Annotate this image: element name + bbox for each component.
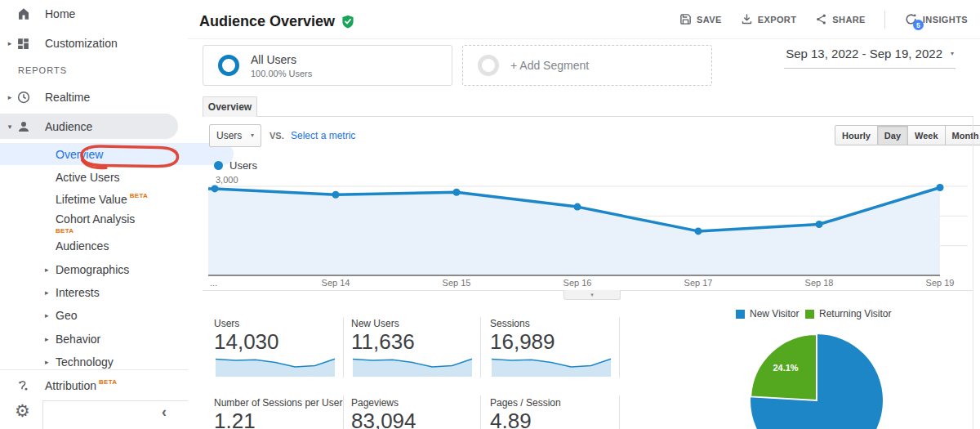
expand-right-icon: ▸ [45, 266, 56, 274]
granularity-hourly-button[interactable]: Hourly [835, 125, 878, 145]
export-download-icon [741, 13, 753, 25]
x-axis-label: Sep 18 [805, 278, 834, 288]
vs-label: VS. [270, 131, 284, 141]
metric-value: 83,094 [351, 409, 416, 429]
sidebar-item-interests[interactable]: ▸ Interests [0, 284, 100, 302]
audience-icon [16, 119, 45, 134]
sidebar-item-home[interactable]: Home [0, 3, 75, 25]
metric-sparkline [490, 357, 612, 377]
expand-right-icon: ▸ [45, 358, 56, 366]
returning-visitor-legend-swatch [805, 310, 814, 319]
sidebar-divider [0, 369, 188, 370]
select-metric-link[interactable]: Select a metric [291, 130, 355, 141]
sidebar-item-demographics[interactable]: ▸ Demographics [0, 261, 129, 279]
caret-down-icon: ▾ [590, 292, 594, 297]
expand-right-icon: ▸ [0, 93, 16, 101]
home-icon [16, 7, 45, 21]
page-title: Audience Overview [199, 13, 335, 30]
metric-label: Pageviews [351, 397, 399, 409]
sidebar-item-customization[interactable]: ▸ Customization [0, 33, 118, 54]
beta-badge: BETA [130, 192, 148, 199]
actions-divider [884, 11, 885, 29]
metric-divider [480, 317, 481, 378]
sidebar-item-label: Realtime [45, 91, 90, 104]
metric-dropdown[interactable]: Users ▾ [209, 124, 261, 147]
sidebar-section-reports: REPORTS [18, 65, 67, 75]
expand-right-icon: ▸ [45, 288, 56, 297]
metric-sparkline [351, 357, 474, 377]
sidebar-item-label: Home [45, 7, 75, 20]
settings-gear-icon[interactable]: ⚙ [15, 402, 30, 419]
svg-text:24.1%: 24.1% [773, 363, 798, 373]
metric-divider [619, 395, 620, 429]
insights-icon: 5 [904, 12, 918, 26]
sidebar-item-realtime[interactable]: ▸ Realtime [0, 87, 90, 108]
sidebar-item-lifetime-value[interactable]: Lifetime Value BETA [0, 190, 148, 208]
users-line-chart[interactable]: 1,0002,0003,000 [208, 173, 972, 279]
caret-down-icon: ▾ [951, 51, 954, 57]
metric-value: 16,989 [490, 329, 555, 355]
sidebar-item-overview[interactable]: Overview [0, 143, 234, 165]
metric-sparkline [214, 357, 336, 377]
sidebar-item-technology[interactable]: ▸ Technology [0, 353, 114, 371]
insights-count-badge: 5 [913, 20, 924, 30]
panel-right-edge [973, 117, 973, 429]
customization-icon [16, 37, 45, 51]
new-visitor-legend-swatch [736, 310, 745, 319]
add-segment-card[interactable]: + Add Segment [462, 45, 712, 86]
segment-all-users-card[interactable]: All Users 100.00% Users [203, 45, 452, 86]
metric-label: Number of Sessions per User [214, 397, 342, 409]
pie-legend-label: New Visitor [750, 308, 799, 320]
metric-value: 4.89 [490, 409, 532, 429]
chart-collapse-handle[interactable]: ▾ [564, 290, 621, 300]
realtime-icon [16, 90, 45, 105]
date-range-text: Sep 13, 2022 - Sep 19, 2022 [786, 47, 942, 60]
header-divider [188, 38, 980, 39]
chart-legend: Users [214, 159, 257, 172]
granularity-day-button[interactable]: Day [878, 125, 908, 145]
metric-divider [343, 395, 344, 429]
sidebar-bottom-vdivider [42, 400, 43, 429]
segment-title: All Users [251, 53, 312, 66]
sidebar-item-cohort-analysis[interactable]: Cohort Analysis [0, 210, 135, 228]
granularity-buttons: Hourly Day Week Month [835, 125, 980, 145]
sidebar-item-active-users[interactable]: Active Users [0, 168, 120, 186]
header-actions: SAVE EXPORT SHARE 5 INSIGH [679, 0, 968, 38]
metric-value: 1.21 [214, 409, 256, 429]
x-axis-label: Sep 17 [684, 278, 713, 288]
segment-subtitle: 100.00% Users [251, 69, 312, 78]
save-button[interactable]: SAVE [679, 13, 722, 25]
sidebar-item-attribution[interactable]: Attribution BETA [0, 376, 117, 395]
visitor-type-pie-chart[interactable]: 24.1% [750, 332, 885, 429]
share-button[interactable]: SHARE [815, 13, 866, 25]
sidebar-item-audience[interactable]: ▾ Audience [0, 114, 178, 139]
date-range-selector[interactable]: Sep 13, 2022 - Sep 19, 2022 ▾ [784, 45, 956, 69]
granularity-month-button[interactable]: Month [946, 125, 980, 145]
insights-button[interactable]: 5 INSIGHTS [904, 12, 968, 26]
tab-overview[interactable]: Overview [203, 96, 257, 117]
metric-label: New Users [351, 318, 399, 329]
legend-dot-icon [214, 161, 223, 170]
verified-shield-icon [341, 15, 354, 29]
page-title-row: Audience Overview [199, 13, 354, 30]
save-icon [679, 13, 692, 25]
segment-circle-icon [218, 55, 239, 76]
add-segment-circle-icon [478, 55, 499, 76]
sidebar-item-label: Overview [56, 148, 103, 161]
x-axis-label: Sep 19 [926, 278, 955, 288]
sidebar-item-label: Customization [45, 37, 118, 50]
sidebar-item-behavior[interactable]: ▸ Behavior [0, 330, 100, 348]
pie-legend-label: Returning Visitor [819, 308, 892, 320]
analytics-audience-overview-page: Home ▸ Customization REPORTS ▸ Realtime … [0, 0, 980, 429]
granularity-week-button[interactable]: Week [908, 125, 946, 145]
collapse-sidebar-chevron-icon[interactable]: ‹ [162, 404, 167, 419]
expand-right-icon: ▸ [45, 335, 56, 343]
beta-badge: BETA [99, 378, 117, 386]
x-axis-label: ... [210, 278, 217, 288]
sidebar-item-audiences[interactable]: Audiences [0, 237, 109, 255]
share-icon [815, 13, 827, 25]
sidebar-item-geo[interactable]: ▸ Geo [0, 306, 77, 324]
add-segment-label: + Add Segment [510, 59, 589, 72]
sidebar-item-label: Audience [45, 120, 92, 133]
export-button[interactable]: EXPORT [741, 13, 797, 25]
